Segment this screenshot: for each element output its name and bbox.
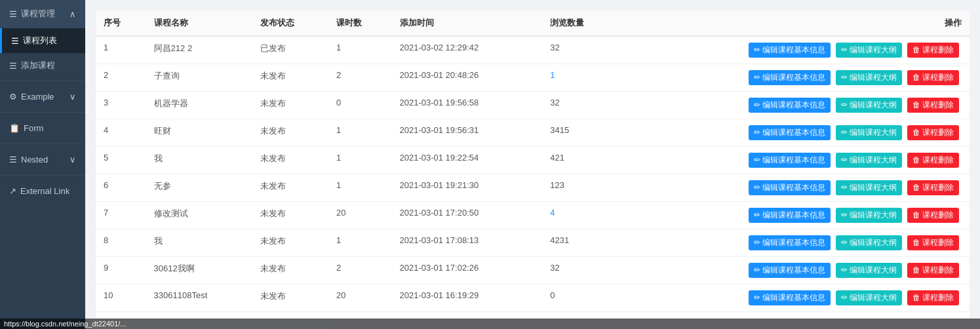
cell-actions: ✏ 编辑课程基本信息 ✏ 编辑课程大纲 🗑 课程删除 <box>619 147 970 174</box>
edit-outline-button[interactable]: ✏ 编辑课程大纲 <box>836 70 902 85</box>
table-row: 5 我 未发布 1 2021-03-01 19:22:54 421 ✏ 编辑课程… <box>96 147 970 174</box>
edit-outline-button[interactable]: ✏ 编辑课程大纲 <box>836 208 902 223</box>
delete-button[interactable]: 🗑 课程删除 <box>907 208 959 223</box>
example-arrow: ∨ <box>69 92 76 102</box>
cell-actions: ✏ 编辑课程基本信息 ✏ 编辑课程大纲 🗑 课程删除 <box>619 257 970 284</box>
col-header-views: 浏览数量 <box>542 10 618 36</box>
url-bar: https://blog.csdn.net/neing_dt22401/... <box>0 319 980 329</box>
add-course-icon: ☰ <box>9 61 17 71</box>
table-row: 8 我 未发布 1 2021-03-01 17:08:13 4231 ✏ 编辑课… <box>96 229 970 257</box>
cell-status: 未发布 <box>252 64 328 92</box>
sidebar-section-nested[interactable]: ☰ Nested ∨ <box>0 147 85 172</box>
delete-button[interactable]: 🗑 课程删除 <box>907 235 959 250</box>
example-icon: ⚙ <box>9 92 17 102</box>
edit-basic-button[interactable]: ✏ 编辑课程基本信息 <box>749 208 831 223</box>
cell-views: 0 <box>542 284 618 312</box>
course-mgmt-icon: ☰ <box>9 9 17 19</box>
cell-hours: 0 <box>328 92 392 119</box>
cell-views: 32 <box>542 92 618 119</box>
table-header-row: 序号 课程名称 发布状态 课时数 添加时间 浏览数量 操作 <box>96 10 970 36</box>
edit-basic-button[interactable]: ✏ 编辑课程基本信息 <box>749 153 831 168</box>
delete-button[interactable]: 🗑 课程删除 <box>907 180 959 195</box>
sidebar-item-add-course[interactable]: ☰ 添加课程 <box>0 53 85 78</box>
cell-time: 2021-03-01 19:56:31 <box>392 119 543 147</box>
delete-button[interactable]: 🗑 课程删除 <box>907 263 959 278</box>
example-label: Example <box>21 92 54 102</box>
cell-hours: 2 <box>328 64 392 92</box>
edit-basic-button[interactable]: ✏ 编辑课程基本信息 <box>749 263 831 278</box>
col-header-time: 添加时间 <box>392 10 543 36</box>
cell-id: 10 <box>96 284 146 312</box>
edit-basic-button[interactable]: ✏ 编辑课程基本信息 <box>749 43 831 58</box>
cell-hours: 1 <box>328 174 392 202</box>
delete-button[interactable]: 🗑 课程删除 <box>907 290 959 305</box>
cell-id: 4 <box>96 119 146 147</box>
cell-name: 机器学器 <box>146 92 252 119</box>
cell-actions: ✏ 编辑课程基本信息 ✏ 编辑课程大纲 🗑 课程删除 <box>619 229 970 257</box>
table-row: 4 旺财 未发布 1 2021-03-01 19:56:31 3415 ✏ 编辑… <box>96 119 970 147</box>
cell-hours: 1 <box>328 36 392 64</box>
course-table: 序号 课程名称 发布状态 课时数 添加时间 浏览数量 操作 1 阿昌212 2 … <box>96 10 970 312</box>
edit-basic-button[interactable]: ✏ 编辑课程基本信息 <box>749 98 831 113</box>
cell-id: 6 <box>96 174 146 202</box>
sidebar-section-course-mgmt[interactable]: ☰ 课程管理 ∧ <box>0 0 85 28</box>
cell-name: 我 <box>146 229 252 257</box>
sidebar-section-external-link[interactable]: ↗ External Link <box>0 178 85 204</box>
course-list-icon: ☰ <box>11 36 19 46</box>
divider4 <box>0 175 85 176</box>
cell-id: 7 <box>96 202 146 229</box>
edit-outline-button[interactable]: ✏ 编辑课程大纲 <box>836 125 902 140</box>
cell-time: 2021-03-01 17:20:50 <box>392 202 543 229</box>
col-header-actions: 操作 <box>619 10 970 36</box>
cell-name: 阿昌212 2 <box>146 36 252 64</box>
cell-hours: 1 <box>328 119 392 147</box>
cell-views: 4 <box>542 202 618 229</box>
edit-outline-button[interactable]: ✏ 编辑课程大纲 <box>836 153 902 168</box>
cell-actions: ✏ 编辑课程基本信息 ✏ 编辑课程大纲 🗑 课程删除 <box>619 92 970 119</box>
cell-time: 2021-03-01 17:08:13 <box>392 229 543 257</box>
course-mgmt-label: 课程管理 <box>21 8 55 20</box>
edit-basic-button[interactable]: ✏ 编辑课程基本信息 <box>749 290 831 305</box>
cell-views: 421 <box>542 147 618 174</box>
cell-time: 2021-03-01 17:02:26 <box>392 257 543 284</box>
cell-actions: ✏ 编辑课程基本信息 ✏ 编辑课程大纲 🗑 课程删除 <box>619 202 970 229</box>
delete-button[interactable]: 🗑 课程删除 <box>907 43 959 58</box>
edit-basic-button[interactable]: ✏ 编辑课程基本信息 <box>749 180 831 195</box>
cell-time: 2021-03-01 19:21:30 <box>392 174 543 202</box>
cell-id: 8 <box>96 229 146 257</box>
cell-views: 123 <box>542 174 618 202</box>
nested-label: Nested <box>21 155 48 164</box>
cell-name: 子查询 <box>146 64 252 92</box>
cell-hours: 20 <box>328 202 392 229</box>
edit-basic-button[interactable]: ✏ 编辑课程基本信息 <box>749 125 831 140</box>
delete-button[interactable]: 🗑 课程删除 <box>907 125 959 140</box>
cell-status: 未发布 <box>252 119 328 147</box>
sidebar-section-example[interactable]: ⚙ Example ∨ <box>0 84 85 109</box>
edit-outline-button[interactable]: ✏ 编辑课程大纲 <box>836 180 902 195</box>
cell-status: 未发布 <box>252 284 328 312</box>
external-link-label: External Link <box>20 186 69 196</box>
external-link-icon: ↗ <box>9 186 16 196</box>
edit-outline-button[interactable]: ✏ 编辑课程大纲 <box>836 235 902 250</box>
delete-button[interactable]: 🗑 课程删除 <box>907 98 959 113</box>
edit-outline-button[interactable]: ✏ 编辑课程大纲 <box>836 98 902 113</box>
cell-status: 未发布 <box>252 202 328 229</box>
edit-outline-button[interactable]: ✏ 编辑课程大纲 <box>836 290 902 305</box>
edit-basic-button[interactable]: ✏ 编辑课程基本信息 <box>749 235 831 250</box>
delete-button[interactable]: 🗑 课程删除 <box>907 70 959 85</box>
edit-basic-button[interactable]: ✏ 编辑课程基本信息 <box>749 70 831 85</box>
table-row: 3 机器学器 未发布 0 2021-03-01 19:56:58 32 ✏ 编辑… <box>96 92 970 119</box>
delete-button[interactable]: 🗑 课程删除 <box>907 153 959 168</box>
sidebar-item-course-list[interactable]: ☰ 课程列表 <box>0 28 85 53</box>
edit-outline-button[interactable]: ✏ 编辑课程大纲 <box>836 263 902 278</box>
cell-status: 未发布 <box>252 229 328 257</box>
cell-status: 未发布 <box>252 257 328 284</box>
divider3 <box>0 144 85 144</box>
cell-id: 1 <box>96 36 146 64</box>
nested-arrow: ∨ <box>69 155 76 164</box>
col-header-name: 课程名称 <box>146 10 252 36</box>
edit-outline-button[interactable]: ✏ 编辑课程大纲 <box>836 43 902 58</box>
cell-hours: 2 <box>328 257 392 284</box>
sidebar-section-form[interactable]: 📋 Form <box>0 115 85 141</box>
cell-name: 我 <box>146 147 252 174</box>
